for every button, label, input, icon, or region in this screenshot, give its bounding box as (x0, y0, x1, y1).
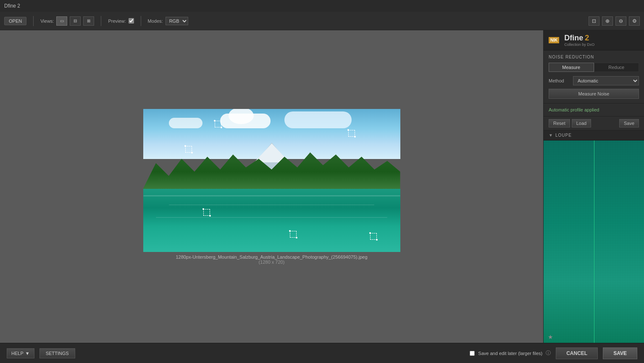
reset-button[interactable]: Reset (549, 119, 570, 127)
zoom-out-button[interactable]: ⊖ (615, 16, 626, 26)
panel-title-main: Dfine (564, 34, 583, 42)
cancel-button[interactable]: CANCEL (556, 347, 598, 359)
panel-title-row: Dfine 2 (564, 34, 594, 42)
view-single-button[interactable]: ▭ (56, 16, 67, 26)
measure-reduce-tabs: Measure Reduce (549, 63, 639, 72)
noise-marker-3[interactable] (185, 146, 192, 153)
measure-tab[interactable]: Measure (549, 63, 594, 72)
collection-text: Collection by DxO (564, 42, 594, 47)
noise-marker-5[interactable] (290, 231, 297, 238)
canvas-area: 1280px-Untersberg_Mountain_Salzburg_Aust… (0, 30, 543, 343)
view-split-h-icon: ⊟ (74, 19, 77, 23)
save-edit-label: Save and edit later (larger files) (478, 351, 542, 356)
panel-header: NIK Dfine 2 Collection by DxO (544, 30, 644, 50)
save-profile-button[interactable]: Save (619, 119, 639, 127)
water-area (143, 189, 400, 252)
panel-brand-row: NIK Dfine 2 Collection by DxO (549, 34, 594, 47)
loupe-image: ★ (544, 140, 644, 343)
view-split-v-button[interactable]: ⊞ (83, 16, 94, 26)
noise-marker-4[interactable] (203, 209, 210, 216)
noise-marker-1[interactable] (215, 121, 221, 127)
noise-marker-6[interactable] (370, 233, 377, 240)
settings-icon: ⚙ (632, 18, 637, 24)
photo-frame (143, 109, 400, 252)
open-button[interactable]: OPEN (4, 17, 26, 25)
save-edit-row: Save and edit later (larger files) ⓘ (470, 350, 551, 357)
preview-checkbox[interactable] (129, 18, 134, 24)
right-panel: NIK Dfine 2 Collection by DxO NOISE REDU… (543, 30, 644, 343)
modes-label: Modes: (148, 19, 163, 24)
save-button[interactable]: SAVE (603, 347, 637, 359)
reduce-tab[interactable]: Reduce (594, 63, 639, 72)
measure-noise-button[interactable]: Measure Noise (549, 89, 639, 99)
open-group: OPEN (4, 17, 26, 25)
image-filename: 1280px-Untersberg_Mountain_Salzburg_Aust… (176, 254, 367, 260)
noise-reduction-section: NOISE REDUCTION Measure Reduce Method Au… (544, 50, 644, 103)
panel-title-col: Dfine 2 Collection by DxO (564, 34, 594, 47)
title-bar: Dfine 2 (0, 0, 644, 12)
toolbar-icons-group: ⊡ ⊕ ⊖ ⚙ (589, 16, 640, 26)
modes-select[interactable]: RGB (166, 17, 188, 25)
settings-icon-button[interactable]: ⚙ (629, 16, 640, 26)
loupe-section: ▼ LOUPE ★ (544, 130, 644, 343)
loupe-header: ▼ LOUPE (544, 130, 644, 140)
fit-icon-button[interactable]: ⊡ (589, 16, 599, 26)
settings-button[interactable]: SETTINGS (39, 348, 75, 358)
method-select[interactable]: Automatic (573, 76, 639, 85)
save-edit-info-icon[interactable]: ⓘ (546, 350, 551, 357)
auto-profile-row: Automatic profile applied (544, 103, 644, 117)
separator-1 (33, 16, 34, 26)
help-button[interactable]: HELP ▼ (7, 348, 34, 358)
load-button[interactable]: Load (572, 119, 591, 127)
noise-reduction-label: NOISE REDUCTION (549, 55, 639, 59)
method-row: Method Automatic (549, 76, 639, 85)
loupe-divider (594, 140, 595, 343)
zoom-in-button[interactable]: ⊕ (602, 16, 613, 26)
views-label: Views: (40, 19, 54, 24)
cloud-2 (284, 111, 352, 128)
view-single-icon: ▭ (60, 19, 64, 23)
separator-2 (101, 16, 101, 26)
zoom-in-icon: ⊕ (605, 18, 610, 24)
method-label: Method (549, 78, 570, 83)
help-label: HELP (11, 351, 24, 356)
views-group: Views: ▭ ⊟ ⊞ (40, 16, 94, 26)
bottom-bar: HELP ▼ SETTINGS Save and edit later (lar… (0, 343, 644, 363)
modes-group: Modes: RGB (148, 17, 188, 25)
cloud-3 (169, 118, 202, 128)
save-edit-checkbox[interactable] (470, 351, 475, 356)
zoom-out-icon: ⊖ (619, 18, 623, 24)
noise-marker-2[interactable] (348, 130, 355, 137)
brand-logo: NIK (549, 37, 559, 43)
separator-3 (141, 16, 141, 26)
image-container: 1280px-Untersberg_Mountain_Salzburg_Aust… (143, 109, 400, 265)
help-arrow-icon: ▼ (25, 351, 30, 356)
preview-label: Preview: (108, 19, 126, 24)
preview-group: Preview: (108, 18, 134, 24)
loupe-star-icon: ★ (548, 334, 553, 340)
loupe-title: LOUPE (555, 133, 572, 138)
image-dimensions: (1280 x 720) (176, 260, 367, 265)
image-caption: 1280px-Untersberg_Mountain_Salzburg_Aust… (176, 254, 367, 265)
view-split-h-button[interactable]: ⊟ (70, 16, 81, 26)
cloud-1 (220, 114, 271, 128)
view-split-v-icon: ⊞ (87, 19, 90, 23)
toolbar: OPEN Views: ▭ ⊟ ⊞ Preview: Modes: RGB ⊡ … (0, 12, 644, 30)
app-title: Dfine 2 (4, 3, 20, 9)
main-content: 1280px-Untersberg_Mountain_Salzburg_Aust… (0, 30, 644, 343)
profile-buttons: Reset Load Save (544, 117, 644, 130)
auto-profile-text: Automatic profile applied (549, 107, 599, 112)
fit-icon: ⊡ (592, 18, 596, 24)
panel-title-num: 2 (585, 34, 589, 42)
loupe-arrow-icon: ▼ (549, 133, 553, 138)
